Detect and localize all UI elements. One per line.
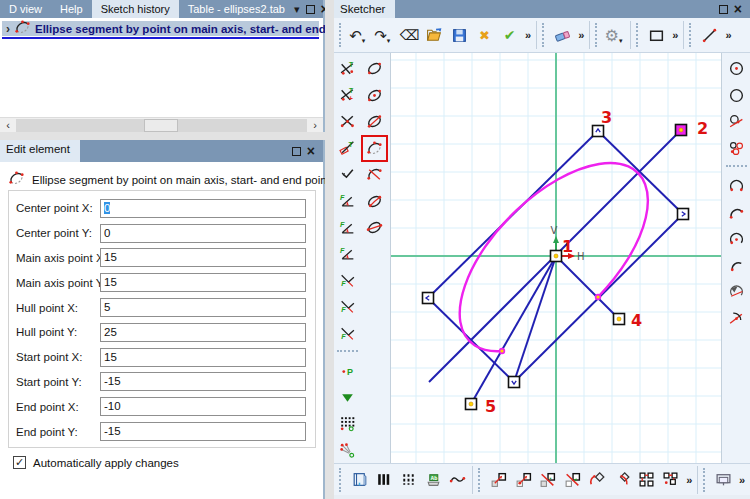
page-button[interactable] — [347, 467, 372, 493]
panel-layout-button[interactable] — [711, 467, 736, 493]
angle-button-1[interactable]: Fα — [335, 188, 360, 213]
field-input-main-axis-point-y[interactable]: 15 — [100, 273, 306, 292]
undo-button[interactable]: ↶▾ — [347, 22, 372, 48]
circle-tangent-button[interactable] — [724, 109, 749, 134]
expander-icon[interactable]: › — [6, 22, 10, 36]
point-array-button[interactable] — [335, 438, 360, 463]
tangent-line-button[interactable]: T — [335, 135, 360, 160]
line-button[interactable] — [697, 22, 722, 48]
hatch-solid-button[interactable] — [372, 467, 397, 493]
tangent-two-point-button[interactable]: T+ — [335, 82, 360, 107]
dropdown-arrow-icon[interactable]: ▾ — [619, 22, 627, 48]
tab-help[interactable]: Help — [51, 0, 92, 18]
history-item[interactable]: › Ellipse segment by point on main axis,… — [2, 21, 319, 36]
save-button[interactable] — [447, 22, 472, 48]
scroll-left-button[interactable]: ‹ — [0, 119, 16, 132]
field-input-center-point-x[interactable]: 0 — [100, 199, 306, 218]
rectangle-button[interactable] — [644, 22, 669, 48]
ellipse-axis-button[interactable] — [362, 109, 387, 134]
field-input-hull-point-y[interactable]: 25 — [100, 323, 306, 342]
overflow-rect-icon[interactable]: » — [669, 29, 681, 41]
rotate-left-button[interactable] — [585, 467, 610, 493]
apply-button[interactable]: ✔ — [497, 22, 522, 48]
arc-endpoints-2-button[interactable] — [724, 200, 749, 225]
toolbar-drag-handle[interactable] — [636, 23, 641, 47]
close-icon[interactable]: × — [307, 144, 315, 158]
angle-button-2[interactable]: Fα — [335, 215, 360, 240]
arc-radius-button[interactable] — [724, 253, 749, 278]
tangent-point-button[interactable]: T — [335, 56, 360, 81]
eraser-button[interactable] — [550, 22, 575, 48]
redo-button[interactable]: ↷▾ — [372, 22, 397, 48]
toolbar-drag-handle[interactable] — [689, 23, 694, 47]
dropdown-icon[interactable]: ▾ — [294, 4, 300, 15]
ellipse-segment-button[interactable] — [362, 136, 387, 161]
toolbar-drag-handle[interactable] — [339, 468, 344, 492]
freehand-button[interactable] — [446, 467, 471, 493]
angle-button-3[interactable]: Fα — [335, 241, 360, 266]
overflow-line-icon[interactable]: » — [722, 29, 734, 41]
toolbar-drag-handle[interactable] — [595, 23, 600, 47]
overflow-erase-icon[interactable]: » — [575, 29, 587, 41]
arc-endpoints-button[interactable] — [724, 173, 749, 198]
toolbar-drag-handle[interactable] — [478, 468, 483, 492]
maximize-icon[interactable] — [292, 147, 301, 156]
backspace-button[interactable]: ⌫ — [397, 22, 422, 48]
open-button[interactable] — [422, 22, 447, 48]
circle-three-button[interactable] — [724, 136, 749, 161]
text-stamp-button[interactable]: Ab — [421, 467, 446, 493]
toolbar-drag-handle[interactable] — [703, 468, 708, 492]
delete-point-button[interactable]: ▪ — [535, 467, 560, 493]
field-input-start-point-x[interactable]: 15 — [100, 348, 306, 367]
circle-button[interactable] — [724, 83, 749, 108]
toolbar-drag-handle[interactable] — [339, 23, 344, 47]
replace-point-button[interactable] — [560, 467, 585, 493]
settings-button[interactable]: ⚙▾ — [603, 22, 628, 48]
triangle-button[interactable] — [335, 385, 360, 410]
overflow-transform-icon[interactable]: » — [683, 474, 695, 486]
point-grid-button[interactable] — [335, 411, 360, 436]
tab-sketch-history[interactable]: Sketch history — [92, 0, 179, 18]
scroll-right-button[interactable]: › — [307, 119, 323, 132]
hatch-dashed-button[interactable] — [396, 467, 421, 493]
dropdown-arrow-icon[interactable]: ▾ — [362, 22, 370, 48]
copy-point-button[interactable] — [511, 467, 536, 493]
point-button[interactable]: P — [335, 358, 360, 383]
field-input-main-axis-point-x[interactable]: 15 — [100, 248, 306, 267]
ellipse-arc-button[interactable] — [362, 189, 387, 214]
overflow-panel-icon[interactable]: » — [736, 474, 748, 486]
intersection-point-button[interactable] — [335, 109, 360, 134]
field-input-end-point-x[interactable]: -10 — [100, 397, 306, 416]
arc-center-button[interactable] — [724, 226, 749, 251]
maximize-icon[interactable] — [719, 5, 728, 14]
arc-triangle-button[interactable] — [724, 279, 749, 304]
tab-table-ellipses2-tab[interactable]: Table - ellipses2.tab — [179, 0, 294, 18]
ellipse-segment-2-button[interactable] — [362, 162, 387, 187]
ellipse-tangent-button[interactable] — [362, 215, 387, 240]
tab-d-view[interactable]: D view — [0, 0, 51, 18]
field-input-start-point-y[interactable]: -15 — [100, 372, 306, 391]
circle-center-button[interactable] — [724, 56, 749, 81]
panel-splitter[interactable] — [325, 0, 334, 499]
chamfer-button-1[interactable]: F — [335, 268, 360, 293]
ellipse-button[interactable] — [362, 56, 387, 81]
ellipse-points-button[interactable] — [362, 83, 387, 108]
array-2-button[interactable] — [659, 467, 684, 493]
maximize-icon[interactable] — [306, 5, 315, 14]
field-input-center-point-y[interactable]: 0 — [100, 224, 306, 243]
rotate-right-button[interactable] — [609, 467, 634, 493]
chamfer-button-3[interactable]: F — [335, 321, 360, 346]
scrollbar-track[interactable] — [16, 119, 307, 132]
chamfer-button-2[interactable]: F — [335, 294, 360, 319]
close-icon[interactable]: × — [734, 2, 742, 16]
array-button[interactable] — [634, 467, 659, 493]
field-input-hull-point-x[interactable]: 5 — [100, 298, 306, 317]
move-point-button[interactable] — [486, 467, 511, 493]
corner-button[interactable] — [335, 162, 360, 187]
dropdown-arrow-icon[interactable]: ▾ — [387, 22, 395, 48]
sketch-canvas[interactable]: VH12345 — [390, 53, 722, 463]
field-input-end-point-y[interactable]: -15 — [100, 422, 306, 441]
delete-button[interactable]: ✖ — [472, 22, 497, 48]
scrollbar-thumb[interactable] — [144, 119, 178, 132]
auto-apply-checkbox[interactable]: ✓ — [13, 456, 26, 469]
